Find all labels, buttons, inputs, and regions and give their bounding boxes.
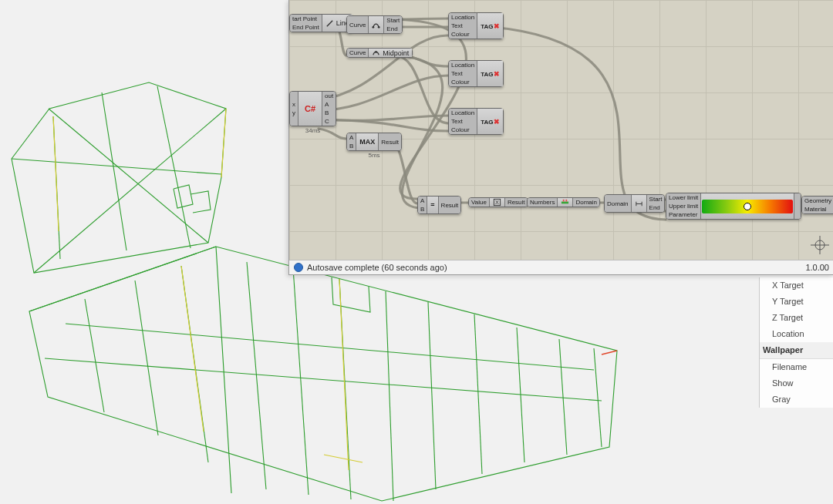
port-out[interactable]: out	[322, 92, 336, 100]
line-icon	[325, 19, 334, 28]
max-label: MAX	[359, 138, 375, 146]
prop-show[interactable]: Show	[760, 375, 833, 391]
svg-rect-7	[563, 200, 565, 202]
canvas-compass-icon	[809, 234, 831, 256]
port-eq-a[interactable]: A	[418, 197, 427, 205]
component-endpoints[interactable]: Curve Start End	[346, 15, 403, 34]
prop-x-target[interactable]: X Target	[760, 277, 833, 294]
port-end-point[interactable]: End Point	[290, 23, 322, 32]
port-x[interactable]: x	[290, 100, 298, 109]
decon-icon	[635, 200, 643, 208]
component-preview[interactable]: Geometry Material	[801, 196, 833, 214]
svg-point-2	[378, 25, 380, 28]
port-start[interactable]: Start	[384, 16, 402, 25]
tag-icon-1: TAG✖	[481, 22, 499, 30]
component-tag-1[interactable]: Location Text Colour TAG✖	[448, 12, 504, 39]
svg-text:X: X	[495, 199, 499, 206]
port-gr-out[interactable]	[794, 202, 801, 210]
tag-icon-3: TAG✖	[481, 118, 499, 126]
status-text: Autosave complete (60 seconds ago)	[307, 263, 447, 272]
svg-point-1	[373, 25, 375, 28]
component-bounds[interactable]: Numbers Domain	[527, 197, 600, 207]
gradient-grip[interactable]	[744, 203, 751, 210]
csharp-timer: 34ms	[290, 127, 336, 134]
component-midpoint[interactable]: Curve Midpoint	[346, 48, 413, 58]
midpoint-icon	[372, 49, 380, 57]
bounds-icon	[561, 198, 569, 207]
port-end[interactable]: End	[384, 25, 402, 33]
port-text-1[interactable]: Text	[449, 22, 477, 30]
port-gr-hi[interactable]: Upper limit	[666, 202, 700, 210]
port-a[interactable]: A	[322, 100, 336, 109]
max-timer: 5ms	[347, 152, 401, 159]
gradient-bar[interactable]	[702, 200, 793, 213]
port-y[interactable]: y	[290, 109, 298, 117]
tag-icon-2: TAG✖	[481, 70, 499, 78]
port-bnd-out[interactable]: Domain	[573, 198, 599, 207]
port-loc-3[interactable]: Location	[449, 109, 477, 117]
component-gradient[interactable]: Lower limit Upper limit Parameter	[666, 193, 801, 220]
component-max[interactable]: A B MAX Result 5ms	[346, 133, 402, 151]
port-start-point[interactable]: tart Point	[290, 15, 322, 23]
port-text-2[interactable]: Text	[449, 69, 477, 78]
grasshopper-window: tart Point End Point Line Curve Start En…	[288, 0, 833, 275]
port-dc-start[interactable]: Start	[647, 195, 665, 203]
midpoint-label: Midpoint	[383, 49, 409, 57]
port-col-3[interactable]: Colour	[449, 126, 477, 134]
port-max-result[interactable]: Result	[379, 138, 401, 146]
valuelist-icon: X	[493, 198, 501, 207]
svg-rect-8	[566, 200, 568, 202]
port-curve[interactable]: Curve	[347, 21, 368, 29]
port-max-b[interactable]: B	[347, 142, 356, 150]
port-gr-lo[interactable]: Lower limit	[666, 193, 700, 202]
properties-panel: X Target Y Target Z Target Location Wall…	[759, 277, 833, 408]
svg-rect-6	[562, 202, 568, 204]
port-vl-in[interactable]: Value	[469, 198, 489, 207]
prop-gray[interactable]: Gray	[760, 391, 833, 408]
grasshopper-statusbar: Autosave complete (60 seconds ago) 1.0.0…	[289, 260, 833, 274]
port-col-2[interactable]: Colour	[449, 78, 477, 86]
port-curve-mid[interactable]: Curve	[347, 49, 368, 57]
port-eq-res[interactable]: Result	[439, 201, 461, 210]
port-pv-mat[interactable]: Material	[802, 205, 833, 213]
component-valuelist[interactable]: Value X Result	[468, 197, 528, 207]
grasshopper-canvas[interactable]: tart Point End Point Line Curve Start En…	[289, 0, 833, 274]
component-tag-2[interactable]: Location Text Colour TAG✖	[448, 60, 504, 87]
svg-point-3	[375, 51, 377, 53]
port-b[interactable]: B	[322, 109, 336, 117]
port-text-3[interactable]: Text	[449, 117, 477, 126]
port-loc-1[interactable]: Location	[449, 13, 477, 22]
csharp-icon: C#	[305, 104, 315, 113]
prop-filename[interactable]: Filename	[760, 359, 833, 375]
prop-group-wallpaper[interactable]: Wallpaper	[760, 342, 833, 359]
port-loc-2[interactable]: Location	[449, 61, 477, 69]
prop-z-target[interactable]: Z Target	[760, 310, 833, 326]
port-col-1[interactable]: Colour	[449, 30, 477, 39]
svg-line-0	[327, 20, 332, 25]
component-decon-domain[interactable]: Domain Start End	[604, 194, 665, 213]
component-line[interactable]: tart Point End Point Line	[289, 14, 353, 32]
component-equals[interactable]: A B = Result	[417, 196, 461, 214]
port-dc-in[interactable]: Domain	[605, 200, 631, 208]
port-vl-out[interactable]: Result	[505, 198, 528, 207]
port-bnd-in[interactable]: Numbers	[528, 198, 557, 207]
component-tag-3[interactable]: Location Text Colour TAG✖	[448, 108, 504, 135]
port-max-a[interactable]: A	[347, 133, 356, 142]
prop-y-target[interactable]: Y Target	[760, 294, 833, 310]
endpoints-icon	[372, 21, 380, 29]
port-gr-par[interactable]: Parameter	[666, 210, 700, 219]
prop-location[interactable]: Location	[760, 326, 833, 342]
port-eq-b[interactable]: B	[418, 205, 427, 213]
gh-version: 1.0.00	[805, 263, 829, 272]
port-c[interactable]: C	[322, 117, 336, 126]
equals-label: =	[430, 201, 434, 209]
autosave-indicator-icon	[294, 263, 303, 272]
component-csharp[interactable]: x y C# out A B C 34ms	[289, 91, 336, 126]
port-pv-geo[interactable]: Geometry	[802, 197, 833, 205]
port-dc-end[interactable]: End	[647, 203, 665, 212]
